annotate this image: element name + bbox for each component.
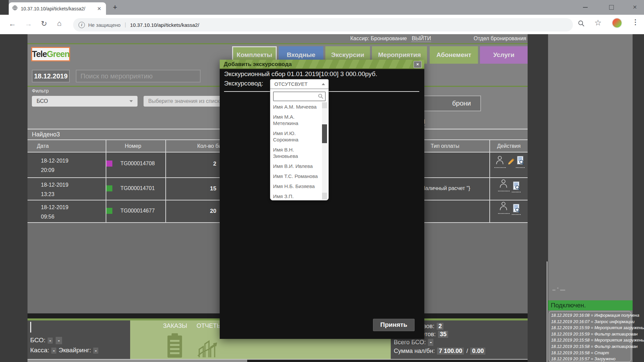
rightcol-separator — [547, 261, 547, 362]
guide-option[interactable]: Имя В.И. Ивлева — [273, 163, 319, 169]
log-entry: 18.12.2019 20:15:57 = Загружено — [551, 356, 629, 362]
filter-label: Фильтр — [32, 88, 49, 94]
profile-avatar[interactable] — [612, 18, 622, 28]
person-dotted-underline — [498, 191, 509, 191]
filter-type-value: БСО — [37, 98, 48, 104]
guide-options-list: Имя А.М. Мичеева Имя М.А. Метелкина Имя … — [273, 104, 319, 200]
new-tab-button[interactable]: + — [111, 3, 119, 12]
scrollbar-thumb[interactable] — [322, 124, 327, 143]
dropdown-scrollbar[interactable] — [322, 102, 327, 199]
filter-values-placeholder: Выберите значения из списка — [148, 98, 223, 104]
guide-option[interactable]: Имя Т.С. Романова — [273, 173, 319, 179]
info-icon[interactable]: i — [78, 22, 85, 28]
doc-dotted-underline — [516, 167, 525, 168]
guide-option[interactable]: Имя А.М. Мичеева — [273, 104, 319, 110]
url-text: 10.37.10.10/api/tickets/kassa2/ — [130, 22, 199, 28]
log-entry: 18.12.2019 20:15:59 = Фильтр активирован — [551, 331, 629, 338]
bso-status-line: БСО: - - — [30, 337, 63, 344]
session-bar: Кассир: Бронирование ВЫЙТИ Отдел брониро… — [28, 34, 528, 43]
guide-option[interactable]: Имя В.Н. Зиновьева — [273, 146, 319, 159]
edit-pencil-icon[interactable] — [506, 158, 515, 168]
tab-close-icon[interactable]: ✕ — [96, 6, 103, 12]
scrollbar-track-cap — [322, 193, 327, 199]
person-dotted-underline — [494, 167, 506, 168]
acquiring-value: - — [93, 348, 98, 354]
table-line — [165, 140, 166, 222]
url-field[interactable]: i Не защищено | 10.37.10.10/api/tickets/… — [73, 18, 573, 32]
reports-label: ОТЧЕТЫ — [197, 322, 222, 329]
total-bso-label: Всего БСО: — [394, 339, 426, 346]
browser-tab[interactable]: 10.37.10.10/api/tickets/kassa2/ ✕ — [9, 2, 106, 15]
sum-separator: / — [466, 348, 468, 354]
person-icon[interactable] — [495, 155, 504, 166]
logo-part1: Tele — [32, 49, 47, 59]
document-view-icon[interactable] — [513, 204, 521, 215]
guide-search-input[interactable] — [274, 93, 318, 101]
home-icon[interactable]: ⌂ — [57, 19, 61, 28]
browser-address-bar: ← → ↻ ⌂ i Не защищено | 10.37.10.10/api/… — [0, 15, 644, 34]
security-label: Не защищено — [88, 22, 120, 28]
filter-type-select[interactable]: БСО — [32, 96, 138, 107]
bottom-edge-light — [28, 360, 247, 362]
log-entry: 18.12.2019 20:15:58 = Старт — [551, 350, 629, 356]
table-line — [489, 140, 490, 222]
browser-menu-icon[interactable]: ⋮ — [632, 18, 639, 26]
sum-line: Сумма нал/бн: 7 100.00 / 0.00 — [394, 348, 486, 355]
kassa-status-line: Касса: - Эквайринг: - — [30, 347, 99, 354]
row-date: 18-12-2019 — [41, 182, 68, 188]
row-number: TG000014708 — [120, 161, 155, 167]
col-number: Номер — [125, 143, 141, 149]
guide-option[interactable]: Имя М.А. Метелкина — [273, 114, 319, 126]
search-icon — [318, 94, 324, 101]
status-marker — [106, 161, 112, 167]
sum-label: Сумма нал/бн: — [394, 348, 435, 354]
zoom-lens-icon[interactable] — [578, 20, 585, 28]
tab-abonement[interactable]: Абонемент — [430, 46, 478, 64]
guide-select[interactable]: ОТСУТСВУЕТ — [270, 79, 329, 89]
kassa-label: Касса: — [30, 347, 49, 354]
back-icon[interactable]: ← — [9, 19, 16, 28]
excursion-fee-text: Экскурсионный сбор 01.01.2019[10:00] 3 0… — [224, 70, 377, 78]
reports-chart-icon[interactable] — [196, 334, 219, 361]
logout-link[interactable]: ВЫЙТИ — [412, 36, 431, 42]
resize-dashes — [552, 290, 555, 291]
window-edge — [0, 0, 9, 15]
guide-option[interactable]: Имя И.Ю. Сорокинна — [273, 130, 319, 143]
reload-icon[interactable]: ↻ — [41, 19, 47, 28]
sum-cashless-value: 0.00 — [470, 348, 485, 355]
accept-button[interactable]: Принять — [373, 319, 415, 331]
right-column: Подключен. 18.12.2019 20:16:08 = Информа… — [548, 34, 633, 362]
row-number: TG000014701 — [120, 185, 155, 191]
modal-close-icon[interactable]: × — [414, 61, 422, 68]
person-icon[interactable] — [499, 179, 508, 189]
window-minimize-button[interactable] — [583, 7, 588, 8]
orders-clipboard-icon[interactable] — [164, 332, 186, 361]
window-maximize-button[interactable] — [609, 5, 614, 10]
date-input[interactable] — [32, 70, 70, 82]
guide-option[interactable]: Имя З.П. — [273, 193, 319, 199]
resize-dashes — [557, 288, 558, 289]
tab-uslugi[interactable]: Услуги — [480, 46, 528, 64]
partially-hidden-button[interactable]: брони — [417, 96, 481, 111]
table-line — [106, 140, 106, 222]
log-entry: 18.12.2019 20:15:58 = Фильтр активирован — [551, 344, 629, 350]
screen: 10.37.10.10/api/tickets/kassa2/ ✕ + ✕ ← … — [0, 0, 644, 362]
acquiring-label: Эквайринг: — [59, 347, 91, 354]
event-search-input[interactable] — [76, 70, 201, 82]
guide-option[interactable]: Имя Н.Б. Бизяева — [273, 183, 319, 189]
document-view-icon[interactable] — [517, 156, 525, 167]
log-entry: 18.12.2019 20:15:59 = Мероприятия загруж… — [551, 325, 629, 331]
log-entry: 18.12.2019 20:16:08 = Информация получен… — [551, 312, 629, 319]
window-close-button[interactable]: ✕ — [633, 4, 637, 10]
globe-favicon-icon — [12, 5, 18, 12]
guide-search-box[interactable] — [273, 92, 326, 101]
bookmark-star-icon[interactable]: ☆ — [594, 18, 602, 27]
person-icon[interactable] — [499, 201, 508, 212]
status-marker — [106, 185, 112, 191]
document-view-icon[interactable] — [513, 181, 521, 192]
department-label: Отдел бронирования — [474, 36, 526, 42]
doc-dotted-underline — [512, 214, 521, 215]
footer-left-panel: БСО: - - Касса: - Эквайринг: - — [28, 320, 130, 362]
row-time: 13:23 — [41, 191, 54, 197]
col-date: Дата — [37, 143, 49, 149]
